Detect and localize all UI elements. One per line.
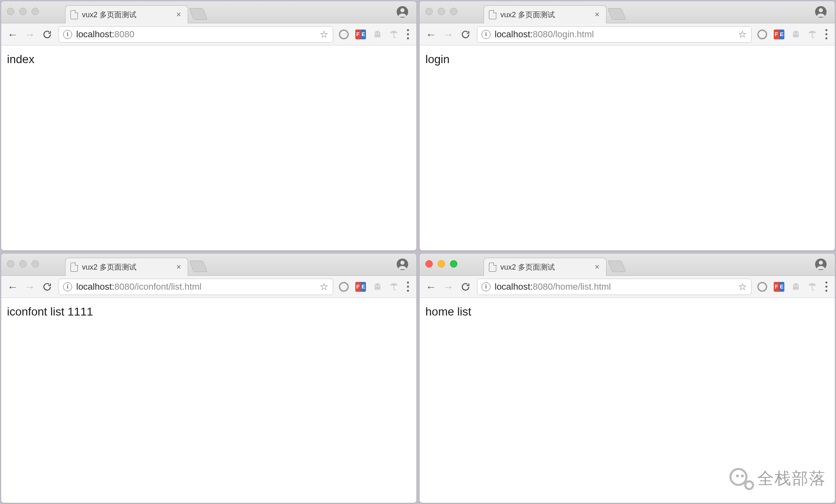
- maximize-window-icon[interactable]: [32, 8, 39, 15]
- window-grid: vux2 多页面测试 × ← → i localhost:8080 ☆: [0, 0, 836, 504]
- extension-fe-icon[interactable]: FE: [355, 30, 366, 39]
- tab-close-icon[interactable]: ×: [593, 262, 601, 272]
- minimize-window-icon[interactable]: [19, 8, 27, 15]
- file-icon: [70, 10, 78, 19]
- extension-circle-icon[interactable]: [339, 30, 349, 39]
- tab-close-icon[interactable]: ×: [593, 10, 601, 19]
- site-info-icon[interactable]: i: [63, 30, 72, 39]
- maximize-window-icon[interactable]: [32, 260, 39, 268]
- browser-window: vux2 多页面测试 × ← → i localhost:8080 ☆: [1, 1, 417, 251]
- titlebar: vux2 多页面测试 ×: [420, 254, 835, 276]
- new-tab-button[interactable]: [189, 261, 207, 272]
- tab-close-icon[interactable]: ×: [175, 262, 183, 272]
- profile-icon[interactable]: [814, 258, 827, 271]
- url-text: localhost:8080: [76, 29, 316, 40]
- forward-button[interactable]: →: [24, 29, 36, 40]
- titlebar: vux2 多页面测试 ×: [1, 1, 416, 23]
- extension-ghost-icon[interactable]: [373, 282, 382, 292]
- browser-window: vux2 多页面测试 × ← → i localhost:8080/login.…: [419, 1, 835, 251]
- toolbar: ← → i localhost:8080/home/list.html ☆ FE: [420, 276, 835, 298]
- new-tab-button[interactable]: [607, 261, 626, 272]
- browser-tab[interactable]: vux2 多页面测试 ×: [484, 5, 607, 23]
- back-button[interactable]: ←: [425, 29, 437, 40]
- extension-umbrella-icon[interactable]: [389, 282, 399, 292]
- svg-point-5: [819, 8, 823, 12]
- close-window-icon[interactable]: [7, 8, 14, 15]
- forward-button[interactable]: →: [443, 281, 454, 293]
- toolbar: ← → i localhost:8080/iconfont/list.html …: [1, 276, 416, 298]
- extension-fe-icon[interactable]: FE: [355, 282, 366, 292]
- svg-point-3: [378, 33, 379, 34]
- browser-tab[interactable]: vux2 多页面测试 ×: [484, 258, 607, 276]
- url-text: localhost:8080/login.html: [495, 29, 734, 40]
- minimize-window-icon[interactable]: [438, 260, 445, 268]
- bookmark-star-icon[interactable]: ☆: [320, 281, 329, 293]
- kebab-menu-icon[interactable]: [824, 280, 829, 293]
- toolbar: ← → i localhost:8080/login.html ☆ FE: [420, 23, 835, 45]
- reload-button[interactable]: [460, 29, 471, 40]
- close-window-icon[interactable]: [7, 260, 14, 268]
- titlebar: vux2 多页面测试 ×: [420, 1, 835, 23]
- address-bar[interactable]: i localhost:8080 ☆: [59, 26, 333, 43]
- site-info-icon[interactable]: i: [482, 30, 491, 39]
- close-window-icon[interactable]: [425, 8, 433, 15]
- traffic-lights: [425, 260, 457, 268]
- extension-umbrella-icon[interactable]: [389, 30, 399, 39]
- traffic-lights: [7, 260, 39, 268]
- back-button[interactable]: ←: [425, 281, 437, 293]
- extension-fe-icon[interactable]: FE: [774, 282, 784, 292]
- kebab-menu-icon[interactable]: [405, 280, 411, 293]
- tab-title: vux2 多页面测试: [500, 262, 589, 272]
- tab-close-icon[interactable]: ×: [175, 10, 183, 19]
- address-bar[interactable]: i localhost:8080/home/list.html ☆: [477, 279, 752, 295]
- site-info-icon[interactable]: i: [63, 282, 72, 291]
- new-tab-button[interactable]: [607, 8, 626, 20]
- address-bar[interactable]: i localhost:8080/login.html ☆: [477, 26, 752, 43]
- extension-circle-icon[interactable]: [757, 30, 767, 39]
- extension-ghost-icon[interactable]: [791, 30, 801, 39]
- minimize-window-icon[interactable]: [438, 8, 445, 15]
- extension-circle-icon[interactable]: [339, 282, 349, 292]
- extension-fe-icon[interactable]: FE: [774, 30, 784, 39]
- extensions: FE: [757, 280, 829, 293]
- extension-ghost-icon[interactable]: [373, 30, 382, 39]
- svg-point-1: [400, 8, 404, 12]
- minimize-window-icon[interactable]: [19, 260, 27, 268]
- close-window-icon[interactable]: [425, 260, 433, 268]
- forward-button[interactable]: →: [443, 29, 454, 40]
- browser-tab[interactable]: vux2 多页面测试 ×: [65, 258, 188, 276]
- back-button[interactable]: ←: [7, 29, 18, 40]
- profile-icon[interactable]: [396, 5, 409, 18]
- forward-button[interactable]: →: [24, 281, 36, 293]
- maximize-window-icon[interactable]: [450, 260, 457, 268]
- profile-icon[interactable]: [396, 258, 409, 271]
- back-button[interactable]: ←: [7, 281, 18, 293]
- tab-title: vux2 多页面测试: [500, 10, 589, 20]
- reload-button[interactable]: [41, 29, 53, 40]
- kebab-menu-icon[interactable]: [824, 27, 829, 41]
- reload-button[interactable]: [460, 281, 471, 293]
- extensions: FE: [339, 27, 411, 41]
- page-content: home list: [420, 298, 835, 503]
- url-text: localhost:8080/iconfont/list.html: [76, 282, 316, 292]
- bookmark-star-icon[interactable]: ☆: [738, 281, 747, 293]
- reload-button[interactable]: [41, 281, 53, 293]
- page-body-text: index: [7, 53, 34, 66]
- maximize-window-icon[interactable]: [450, 8, 457, 15]
- site-info-icon[interactable]: i: [482, 282, 491, 291]
- address-bar[interactable]: i localhost:8080/iconfont/list.html ☆: [59, 279, 333, 295]
- bookmark-star-icon[interactable]: ☆: [320, 29, 329, 40]
- kebab-menu-icon[interactable]: [405, 27, 411, 41]
- svg-point-15: [797, 285, 798, 286]
- extension-umbrella-icon[interactable]: [807, 282, 817, 292]
- bookmark-star-icon[interactable]: ☆: [738, 29, 747, 40]
- toolbar: ← → i localhost:8080 ☆ FE: [1, 23, 416, 45]
- page-body-text: home list: [425, 305, 471, 318]
- new-tab-button[interactable]: [189, 8, 207, 20]
- browser-tab[interactable]: vux2 多页面测试 ×: [65, 5, 188, 23]
- extension-circle-icon[interactable]: [757, 282, 767, 292]
- profile-icon[interactable]: [814, 5, 827, 18]
- extension-umbrella-icon[interactable]: [807, 30, 817, 39]
- page-body-text: login: [425, 53, 450, 66]
- extension-ghost-icon[interactable]: [791, 282, 801, 292]
